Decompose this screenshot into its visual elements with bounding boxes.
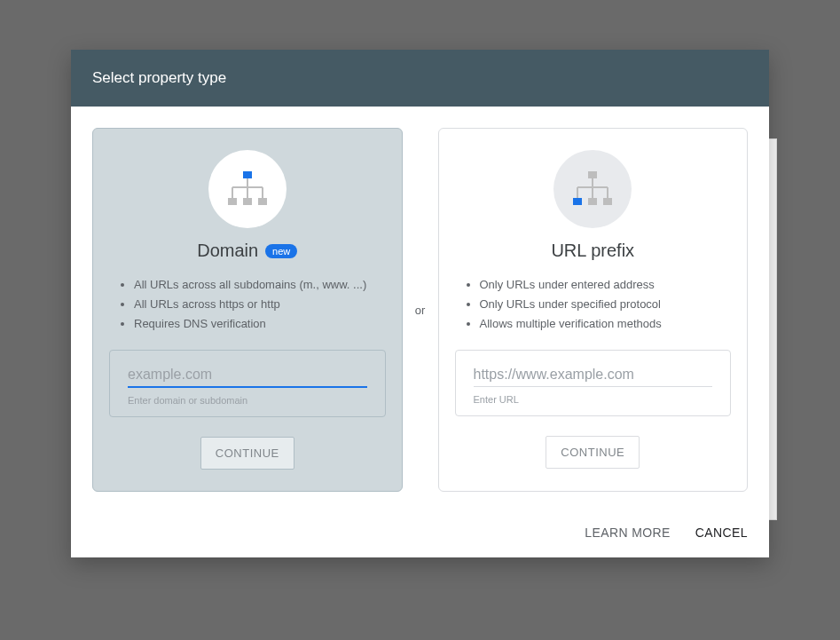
urlprefix-continue-button[interactable]: CONTINUE <box>546 436 640 469</box>
urlprefix-sitemap-icon <box>553 150 632 228</box>
modal-footer: LEARN MORE CANCEL <box>71 513 769 557</box>
svg-rect-12 <box>603 198 612 205</box>
domain-feature-item: All URLs across https or http <box>134 295 386 314</box>
urlprefix-features-list: Only URLs under entered address Only URL… <box>455 275 732 334</box>
domain-input-container: Enter domain or subdomain <box>109 350 386 417</box>
urlprefix-feature-item: Allows multiple verification methods <box>480 314 732 334</box>
modal-title: Select property type <box>71 50 769 107</box>
cancel-button[interactable]: CANCEL <box>695 525 748 540</box>
domain-title-row: Domain new <box>197 241 297 261</box>
domain-sitemap-icon <box>208 150 287 228</box>
domain-feature-item: All URLs across all subdomains (m., www.… <box>134 275 386 295</box>
svg-rect-11 <box>588 198 597 205</box>
urlprefix-input-container: Enter URL <box>455 350 732 416</box>
property-type-modal: Select property type Domain new <box>71 50 769 557</box>
svg-rect-0 <box>243 171 252 178</box>
domain-property-card[interactable]: Domain new All URLs across all subdomain… <box>92 128 403 492</box>
urlprefix-title: URL prefix <box>551 241 634 261</box>
svg-rect-1 <box>228 198 237 205</box>
svg-rect-9 <box>588 171 597 178</box>
urlprefix-input-helper: Enter URL <box>474 394 713 405</box>
urlprefix-feature-item: Only URLs under entered address <box>480 275 732 295</box>
modal-body: Domain new All URLs across all subdomain… <box>71 107 769 513</box>
domain-features-list: All URLs across all subdomains (m., www.… <box>109 275 386 334</box>
urlprefix-property-card[interactable]: URL prefix Only URLs under entered addre… <box>438 128 749 492</box>
domain-feature-item: Requires DNS verification <box>134 314 386 334</box>
new-badge: new <box>265 244 297 258</box>
svg-rect-3 <box>258 198 267 205</box>
domain-continue-button[interactable]: CONTINUE <box>200 437 294 470</box>
or-separator: or <box>403 128 438 492</box>
domain-input-helper: Enter domain or subdomain <box>128 395 367 406</box>
urlprefix-title-row: URL prefix <box>551 241 634 261</box>
domain-input[interactable] <box>128 367 367 388</box>
domain-title: Domain <box>197 241 258 261</box>
urlprefix-input[interactable] <box>474 367 713 387</box>
svg-rect-10 <box>573 198 582 205</box>
svg-rect-2 <box>243 198 252 205</box>
urlprefix-feature-item: Only URLs under specified protocol <box>480 295 732 314</box>
learn-more-link[interactable]: LEARN MORE <box>585 525 671 540</box>
